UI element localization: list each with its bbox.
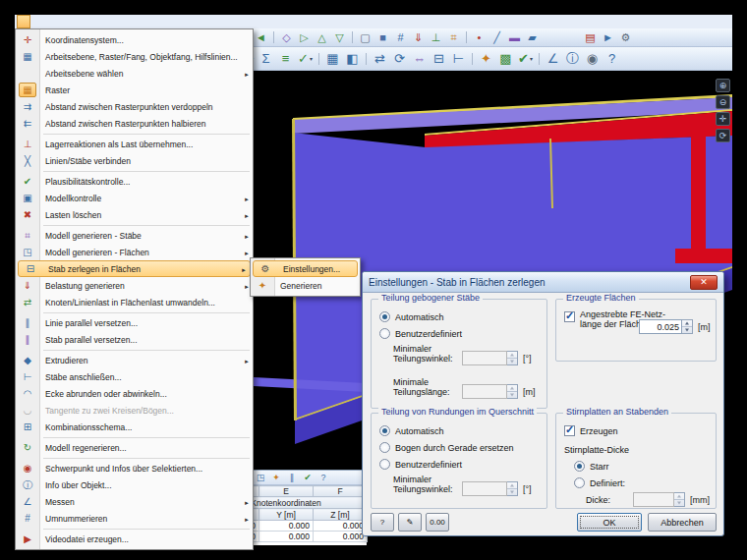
- min-winkel-rundungen-input[interactable]: [462, 481, 507, 496]
- units-decimals-button[interactable]: 0.00: [426, 513, 449, 532]
- surface-icon[interactable]: ◳: [254, 472, 267, 484]
- menu-lasten-loeschen[interactable]: ✖ Lasten löschen: [16, 206, 253, 223]
- report-icon[interactable]: ▤: [582, 30, 599, 45]
- menu-linien-staebe-verbinden[interactable]: ╳ Linien/Stäbe verbinden: [16, 152, 253, 169]
- menu-stab-parallel[interactable]: ∥ Stab parallel versetzen...: [16, 331, 253, 348]
- menu-extras[interactable]: [17, 15, 30, 28]
- close-icon[interactable]: [690, 275, 718, 290]
- divide-icon[interactable]: ⊟: [430, 49, 448, 69]
- dicke-input[interactable]: [633, 492, 674, 507]
- cell-y[interactable]: 0.000: [259, 532, 314, 542]
- fe-netz-checkbox[interactable]: [564, 311, 575, 322]
- min-laenge-input[interactable]: [462, 384, 507, 399]
- menu-hilfe[interactable]: [86, 15, 99, 28]
- previous-view-icon[interactable]: ◄: [253, 30, 269, 45]
- column-letter[interactable]: F: [314, 486, 368, 497]
- menu-tangente[interactable]: ◡ Tangente zu zwei Kreisen/Bögen...: [16, 402, 253, 419]
- dialog-help-button[interactable]: ?: [371, 513, 394, 532]
- menu-zusatzmodule[interactable]: [58, 15, 72, 28]
- zoom-out-tool-icon[interactable]: ⊖: [716, 95, 730, 109]
- menu-kombinationsschema[interactable]: ⊞ Kombinationsschema...: [16, 419, 253, 435]
- min-winkel-spinner[interactable]: [507, 351, 518, 365]
- fe-netz-input[interactable]: 0.025: [639, 319, 682, 334]
- menu-last-umwandeln[interactable]: ⇄ Knoten/Linienlast in Flächenlast umwan…: [16, 294, 253, 310]
- rotate-icon[interactable]: ⟳: [390, 49, 409, 69]
- menu-plausibilitaetskontrolle[interactable]: ✔ Plausibilitätskontrolle...: [16, 173, 253, 190]
- ok-icon[interactable]: ✔: [301, 472, 315, 484]
- combination-icon[interactable]: Σ: [257, 49, 275, 69]
- radio-starr[interactable]: Starr: [574, 461, 609, 472]
- zoom-in-tool-icon[interactable]: ⊕: [716, 79, 730, 92]
- help-icon[interactable]: ?: [603, 49, 621, 69]
- fe-mesh-icon[interactable]: ▩: [496, 49, 515, 69]
- menu-linie-parallel[interactable]: ∥ Linie parallel versetzen...: [16, 314, 253, 331]
- calculate-icon[interactable]: ≡: [276, 49, 295, 69]
- cell-y[interactable]: 0.000: [259, 521, 314, 532]
- isometric-view-icon[interactable]: ◇: [278, 30, 295, 45]
- menu-stab-zerlegen[interactable]: ⊟ Stab zerlegen in Flächen: [18, 260, 251, 277]
- cancel-button[interactable]: Abbrechen: [648, 513, 717, 532]
- radio-benutzerdefiniert-rundungen[interactable]: Benutzerdefiniert: [379, 459, 462, 470]
- view-y-icon[interactable]: △: [314, 30, 330, 45]
- radio-automatisch[interactable]: Automatisch: [379, 311, 444, 322]
- new-line-icon[interactable]: ╱: [488, 30, 505, 45]
- erzeugen-checkbox[interactable]: [564, 425, 575, 436]
- radio-definiert[interactable]: Definiert:: [574, 477, 625, 488]
- menu-modell-regenerieren[interactable]: ↻ Modell regenerieren...: [16, 439, 253, 456]
- radio-bogen-gerade[interactable]: Bogen durch Gerade ersetzen: [379, 442, 514, 453]
- menu-generieren-flaechen[interactable]: ◳ Modell generieren - Flächen: [16, 244, 253, 260]
- check-model-icon[interactable]: ✔: [516, 49, 535, 69]
- options-icon[interactable]: ⚙: [617, 30, 634, 45]
- submenu-einstellungen[interactable]: ⚙ Einstellungen...: [253, 260, 358, 277]
- menu-belastung-generieren[interactable]: ⇓ Belastung generieren: [16, 277, 253, 294]
- numbering-icon[interactable]: #: [392, 30, 409, 45]
- menu-raster[interactable]: ▦ Raster: [16, 82, 253, 98]
- menu-optionen[interactable]: [44, 15, 58, 28]
- panel-icon[interactable]: ◧: [343, 49, 362, 69]
- comment-button[interactable]: ✎: [398, 513, 422, 532]
- cell-z[interactable]: 0.000: [314, 532, 368, 542]
- dialog-titlebar[interactable]: Einstellungen - Stab in Flächen zerlegen: [363, 272, 723, 293]
- measure-icon[interactable]: ∠: [544, 49, 562, 69]
- column-letter[interactable]: E: [259, 486, 314, 497]
- min-winkel-input[interactable]: [462, 351, 507, 365]
- view-z-icon[interactable]: ▽: [331, 30, 348, 45]
- move-icon[interactable]: ⇄: [371, 49, 389, 69]
- submenu-generieren[interactable]: ✦ Generieren: [251, 277, 360, 294]
- ok-button[interactable]: OK: [577, 513, 642, 532]
- table-help-icon[interactable]: ?: [316, 472, 330, 484]
- menu-extrudieren[interactable]: ◆ Extrudieren: [16, 352, 253, 368]
- info-icon[interactable]: ⓘ: [563, 49, 582, 69]
- menu-staebe-anschliessen[interactable]: ⊢ Stäbe anschließen...: [16, 368, 253, 385]
- generate-icon[interactable]: ✦: [269, 472, 283, 484]
- menu-info-objekt[interactable]: ⓘ Info über Objekt...: [16, 476, 253, 493]
- mirror-icon[interactable]: ⇔: [410, 49, 429, 69]
- wireframe-icon[interactable]: ▢: [357, 30, 374, 45]
- menu-raster-verdoppeln[interactable]: ⇉ Abstand zwischen Rasterpunkten verdopp…: [16, 98, 253, 115]
- menu-videodatei[interactable]: ▶ Videodatei erzeugen...: [16, 531, 253, 547]
- show-supports-icon[interactable]: ⊥: [428, 30, 444, 45]
- menu-generieren-staebe[interactable]: ⌗ Modell generieren - Stäbe: [16, 227, 253, 244]
- menu-schwerpunkt[interactable]: ◉ Schwerpunkt und Infos über Selektierte…: [16, 460, 253, 476]
- menu-fenster[interactable]: [72, 15, 86, 28]
- show-grid-icon[interactable]: ⌗: [445, 30, 462, 45]
- min-laenge-spinner[interactable]: [507, 384, 518, 399]
- fe-netz-spinner[interactable]: [682, 319, 693, 334]
- radio-automatisch-rundungen[interactable]: Automatisch: [379, 425, 444, 436]
- camera-icon[interactable]: ◉: [583, 49, 602, 69]
- menu-arbeitsebene-raster[interactable]: ▦ Arbeitsebene, Raster/Fang, Objektfang,…: [16, 48, 253, 65]
- menu-raster-halbieren[interactable]: ⇇ Abstand zwischen Rasterpunkten halbier…: [16, 115, 253, 132]
- export-icon[interactable]: ►: [600, 30, 616, 45]
- menu-modellkontrolle[interactable]: ▣ Modellkontrolle: [16, 190, 253, 206]
- rotate-tool-icon[interactable]: ⟳: [716, 129, 730, 142]
- results-icon[interactable]: ✓: [296, 49, 315, 69]
- new-surface-icon[interactable]: ▰: [524, 30, 541, 45]
- menu-tabelle[interactable]: [30, 15, 44, 28]
- generate-icon[interactable]: ✦: [477, 49, 495, 69]
- new-node-icon[interactable]: •: [471, 30, 488, 45]
- parallel-icon[interactable]: ∥: [285, 472, 299, 484]
- dicke-spinner[interactable]: [674, 492, 685, 507]
- menu-messen[interactable]: ∠ Messen: [16, 493, 253, 510]
- view-x-icon[interactable]: ▷: [296, 30, 313, 45]
- show-loads-icon[interactable]: ⇓: [410, 30, 427, 45]
